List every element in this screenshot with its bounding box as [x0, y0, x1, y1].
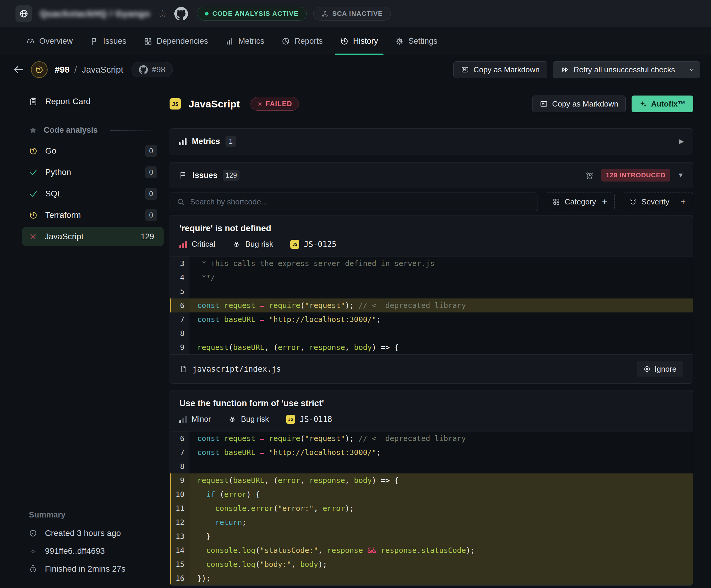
summary-row: 991ffe6..dff4693 [29, 546, 157, 556]
analyzer-label: SQL [45, 189, 62, 198]
copy-as-markdown-button[interactable]: Copy as Markdown [453, 61, 547, 78]
line-number: 9 [170, 340, 190, 354]
code-text: const request = require("request"); // <… [190, 301, 466, 310]
category-label: Bug risk [228, 415, 269, 424]
commit-icon [29, 547, 37, 555]
pass-status-icon [29, 168, 38, 177]
bar-chart-icon [179, 138, 187, 145]
code-line: 6const request = require("request"); // … [170, 298, 693, 312]
file-icon [179, 365, 187, 373]
stopwatch-icon [29, 565, 37, 573]
tab-label: Overview [39, 37, 73, 46]
analyzer-label: Python [45, 168, 71, 177]
line-number: 14 [170, 543, 190, 558]
ignore-button[interactable]: Ignore [637, 361, 683, 377]
analyzer-label: Terraform [45, 210, 81, 220]
issue-title: Use the function form of 'use strict' [179, 398, 683, 408]
tab-history[interactable]: History [333, 27, 385, 55]
gear-icon [395, 37, 404, 45]
issues-panel[interactable]: Issues 129 129 INTRODUCED ▼ [170, 162, 693, 188]
code-text: console.log("body:", body); [190, 560, 327, 569]
code-text: } [190, 532, 211, 541]
tab-reports[interactable]: Reports [274, 27, 330, 55]
sidebar-item-go[interactable]: Go0 [22, 141, 164, 161]
tab-metrics[interactable]: Metrics [218, 27, 271, 55]
flag-icon [90, 37, 99, 45]
code-line: 7const baseURL = "http://localhost:3000/… [170, 312, 693, 327]
summary-text: 991ffe6..dff4693 [45, 546, 105, 556]
clipboard-icon [29, 97, 38, 106]
issue-search [170, 192, 538, 211]
issues-count-badge: 129 [223, 170, 239, 181]
active-dot-icon [205, 12, 209, 16]
tab-label: Dependencies [157, 37, 208, 46]
breadcrumb: #98 / JavaScript #98 Copy as Markdown Re… [0, 55, 711, 84]
line-number: 7 [170, 445, 190, 459]
sidebar: Report Card Code analysis Go0Python0SQL0… [22, 92, 164, 588]
tab-overview[interactable]: Overview [19, 27, 80, 55]
autofix-button[interactable]: Autofix™ [631, 96, 693, 112]
pie-icon [281, 37, 290, 45]
tab-label: Metrics [238, 37, 264, 46]
github-icon[interactable] [174, 7, 188, 21]
line-number: 5 [170, 285, 190, 298]
sidebar-item-sql[interactable]: SQL0 [22, 184, 164, 203]
code-text: request(baseURL, (error, response, body)… [190, 476, 398, 485]
severity-filter-button[interactable]: Severity + [622, 192, 693, 211]
search-input[interactable] [190, 197, 531, 207]
code-line: 8 [170, 327, 693, 340]
issue-shortcode: JS JS-0125 [290, 240, 337, 249]
chevron-down-icon[interactable] [683, 62, 700, 78]
sparkles-icon [639, 100, 647, 108]
summary-text: Finished in 2mins 27s [45, 564, 126, 574]
plus-icon: + [602, 197, 607, 207]
star-icon [29, 126, 37, 134]
metrics-panel[interactable]: Metrics 1 ▶ [170, 128, 693, 154]
issue-header[interactable]: Use the function form of 'use strict' Mi… [170, 391, 693, 431]
main-panel: JS JavaScript FAILED Copy as Markdown [170, 92, 693, 588]
line-number: 4 [170, 271, 190, 285]
line-number: 15 [170, 558, 190, 571]
code-line: 16}); [170, 571, 693, 585]
expand-right-icon[interactable]: ▶ [679, 138, 684, 145]
code-line: 9request(baseURL, (error, response, body… [170, 474, 693, 487]
code-text: const baseURL = "http://localhost:3000/"… [190, 448, 381, 457]
line-number: 8 [170, 327, 190, 340]
bars-icon [225, 37, 234, 45]
pending-status-icon [29, 146, 38, 155]
line-number: 6 [170, 298, 190, 312]
tab-settings[interactable]: Settings [388, 27, 445, 55]
sidebar-item-report-card[interactable]: Report Card [22, 92, 164, 111]
vcs-ref-pill[interactable]: #98 [131, 62, 173, 77]
severity-critical-icon [179, 240, 187, 248]
fail-status-icon [29, 232, 37, 241]
code-line: 9request(baseURL, (error, response, body… [170, 340, 693, 354]
code-line: 15 console.log("body:", body); [170, 558, 693, 571]
code-line: 11 console.error("error:", error); [170, 501, 693, 516]
run-summary: Summary Created 3 hours ago991ffe6..dff4… [22, 510, 164, 582]
sidebar-item-terraform[interactable]: Terraform0 [22, 206, 164, 225]
sidebar-item-python[interactable]: Python0 [22, 163, 164, 182]
back-arrow-icon[interactable] [13, 64, 24, 76]
line-number: 13 [170, 529, 190, 543]
code-snippet: 3 * This calls the express server define… [170, 256, 693, 354]
line-number: 8 [170, 459, 190, 474]
sidebar-item-javascript[interactable]: JavaScript129 [22, 227, 164, 246]
issue-header[interactable]: 'require' is not defined Critical Bug ri… [170, 215, 693, 256]
issue-count-badge: 0 [145, 209, 157, 221]
favorite-star-icon[interactable]: ☆ [158, 8, 167, 19]
tab-issues[interactable]: Issues [83, 27, 134, 55]
javascript-icon: JS [286, 415, 295, 424]
pending-status-icon [29, 211, 38, 219]
issue-card: 'require' is not defined Critical Bug ri… [170, 215, 693, 383]
retry-checks-button[interactable]: Retry all unsuccessful checks [553, 61, 700, 78]
analyzer-list: Go0Python0SQL0Terraform0JavaScript129 [22, 141, 164, 249]
category-filter-button[interactable]: Category + [545, 192, 615, 211]
collapse-down-icon[interactable]: ▼ [677, 171, 684, 179]
breadcrumb-analyzer: JavaScript [82, 65, 123, 75]
copy-as-markdown-button[interactable]: Copy as Markdown [532, 96, 626, 112]
category-label: Bug risk [232, 239, 273, 249]
app-logo[interactable] [16, 5, 32, 22]
repo-name-redacted[interactable]: QuackstackHQ / Gyango [40, 8, 150, 19]
tab-dependencies[interactable]: Dependencies [136, 27, 215, 55]
